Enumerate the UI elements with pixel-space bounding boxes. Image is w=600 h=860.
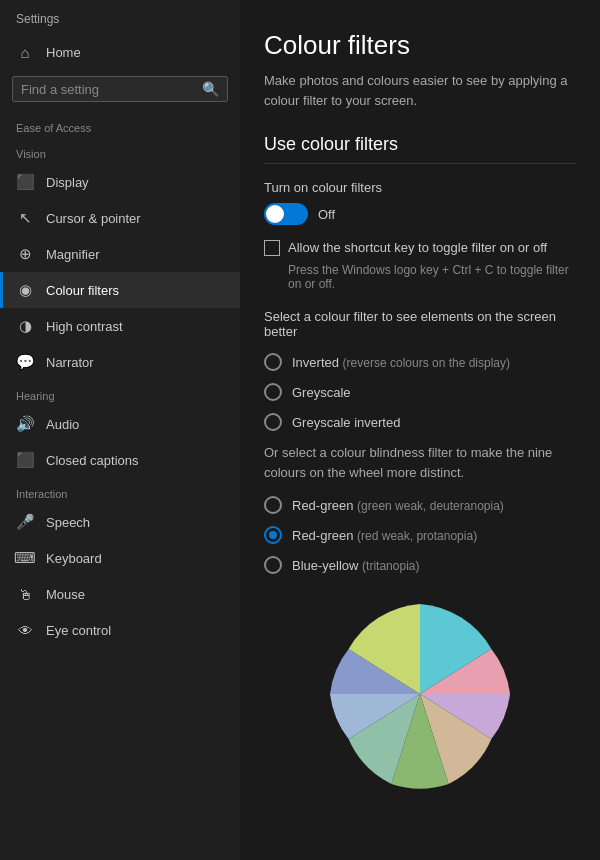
sidebar-item-colour-filters[interactable]: ◉ Colour filters bbox=[0, 272, 240, 308]
display-icon: ⬛ bbox=[16, 173, 34, 191]
radio-greyscale-inverted-row[interactable]: Greyscale inverted bbox=[264, 413, 576, 431]
radio-blue-yellow[interactable] bbox=[264, 556, 282, 574]
radio-greyscale[interactable] bbox=[264, 383, 282, 401]
sidebar-item-closed-captions[interactable]: ⬛ Closed captions bbox=[0, 442, 240, 478]
colour-filters-icon: ◉ bbox=[16, 281, 34, 299]
colour-wheel bbox=[320, 594, 520, 794]
toggle-state-label: Off bbox=[318, 207, 335, 222]
keyboard-icon: ⌨ bbox=[16, 549, 34, 567]
closed-captions-icon: ⬛ bbox=[16, 451, 34, 469]
toggle-knob bbox=[266, 205, 284, 223]
radio-greyscale-inverted[interactable] bbox=[264, 413, 282, 431]
magnifier-label: Magnifier bbox=[46, 247, 99, 262]
radio-blue-yellow-label: Blue-yellow (tritanopia) bbox=[292, 558, 419, 573]
display-label: Display bbox=[46, 175, 89, 190]
cursor-label: Cursor & pointer bbox=[46, 211, 141, 226]
radio-greyscale-inverted-label: Greyscale inverted bbox=[292, 415, 400, 430]
toggle-heading: Turn on colour filters bbox=[264, 180, 576, 195]
closed-captions-label: Closed captions bbox=[46, 453, 139, 468]
colour-filters-toggle[interactable] bbox=[264, 203, 308, 225]
app-title: Settings bbox=[0, 0, 240, 34]
sidebar-home[interactable]: ⌂ Home bbox=[0, 34, 240, 70]
interaction-section-label: Interaction bbox=[0, 478, 240, 504]
mouse-label: Mouse bbox=[46, 587, 85, 602]
shortcut-checkbox-row: Allow the shortcut key to toggle filter … bbox=[264, 239, 576, 257]
radio-inverted[interactable] bbox=[264, 353, 282, 371]
sidebar-item-narrator[interactable]: 💬 Narrator bbox=[0, 344, 240, 380]
sidebar-item-cursor[interactable]: ↖ Cursor & pointer bbox=[0, 200, 240, 236]
mouse-icon: 🖱 bbox=[16, 585, 34, 603]
ease-of-access-label: Ease of Access bbox=[0, 112, 240, 138]
shortcut-hint: Press the Windows logo key + Ctrl + C to… bbox=[264, 263, 576, 291]
high-contrast-label: High contrast bbox=[46, 319, 123, 334]
radio-inner-dot bbox=[269, 531, 277, 539]
filter-select-label: Select a colour filter to see elements o… bbox=[264, 309, 576, 339]
radio-greyscale-label: Greyscale bbox=[292, 385, 351, 400]
speech-icon: 🎤 bbox=[16, 513, 34, 531]
radio-blue-yellow-row[interactable]: Blue-yellow (tritanopia) bbox=[264, 556, 576, 574]
sidebar-item-mouse[interactable]: 🖱 Mouse bbox=[0, 576, 240, 612]
narrator-icon: 💬 bbox=[16, 353, 34, 371]
search-box[interactable]: 🔍 bbox=[12, 76, 228, 102]
cursor-icon: ↖ bbox=[16, 209, 34, 227]
radio-greyscale-row[interactable]: Greyscale bbox=[264, 383, 576, 401]
search-input[interactable] bbox=[21, 82, 202, 97]
high-contrast-icon: ◑ bbox=[16, 317, 34, 335]
radio-red-green-weak-label: Red-green (green weak, deuteranopia) bbox=[292, 498, 504, 513]
sidebar-item-display[interactable]: ⬛ Display bbox=[0, 164, 240, 200]
sidebar-item-eye-control[interactable]: 👁 Eye control bbox=[0, 612, 240, 648]
eye-control-label: Eye control bbox=[46, 623, 111, 638]
toggle-row: Off bbox=[264, 203, 576, 225]
keyboard-label: Keyboard bbox=[46, 551, 102, 566]
vision-section-label: Vision bbox=[0, 138, 240, 164]
audio-icon: 🔊 bbox=[16, 415, 34, 433]
section-heading: Use colour filters bbox=[264, 134, 576, 164]
radio-red-green-weak[interactable] bbox=[264, 496, 282, 514]
sidebar-item-speech[interactable]: 🎤 Speech bbox=[0, 504, 240, 540]
radio-red-green-strong[interactable] bbox=[264, 526, 282, 544]
narrator-label: Narrator bbox=[46, 355, 94, 370]
sidebar-item-keyboard[interactable]: ⌨ Keyboard bbox=[0, 540, 240, 576]
speech-label: Speech bbox=[46, 515, 90, 530]
radio-red-green-strong-row[interactable]: Red-green (red weak, protanopia) bbox=[264, 526, 576, 544]
page-title: Colour filters bbox=[264, 30, 576, 61]
audio-label: Audio bbox=[46, 417, 79, 432]
magnifier-icon: ⊕ bbox=[16, 245, 34, 263]
home-label: Home bbox=[46, 45, 81, 60]
radio-red-green-strong-label: Red-green (red weak, protanopia) bbox=[292, 528, 477, 543]
colour-filters-label: Colour filters bbox=[46, 283, 119, 298]
blindness-desc: Or select a colour blindness filter to m… bbox=[264, 443, 576, 482]
shortcut-checkbox[interactable] bbox=[264, 240, 280, 256]
page-description: Make photos and colours easier to see by… bbox=[264, 71, 576, 110]
sidebar-item-magnifier[interactable]: ⊕ Magnifier bbox=[0, 236, 240, 272]
sidebar-item-audio[interactable]: 🔊 Audio bbox=[0, 406, 240, 442]
search-icon: 🔍 bbox=[202, 81, 219, 97]
main-content: Colour filters Make photos and colours e… bbox=[240, 0, 600, 860]
radio-inverted-row[interactable]: Inverted (reverse colours on the display… bbox=[264, 353, 576, 371]
hearing-section-label: Hearing bbox=[0, 380, 240, 406]
eye-control-icon: 👁 bbox=[16, 621, 34, 639]
sidebar-item-high-contrast[interactable]: ◑ High contrast bbox=[0, 308, 240, 344]
color-wheel-container bbox=[264, 594, 576, 794]
home-icon: ⌂ bbox=[16, 43, 34, 61]
radio-inverted-label: Inverted (reverse colours on the display… bbox=[292, 355, 510, 370]
sidebar: Settings ⌂ Home 🔍 Ease of Access Vision … bbox=[0, 0, 240, 860]
shortcut-checkbox-label: Allow the shortcut key to toggle filter … bbox=[288, 239, 547, 257]
radio-red-green-weak-row[interactable]: Red-green (green weak, deuteranopia) bbox=[264, 496, 576, 514]
